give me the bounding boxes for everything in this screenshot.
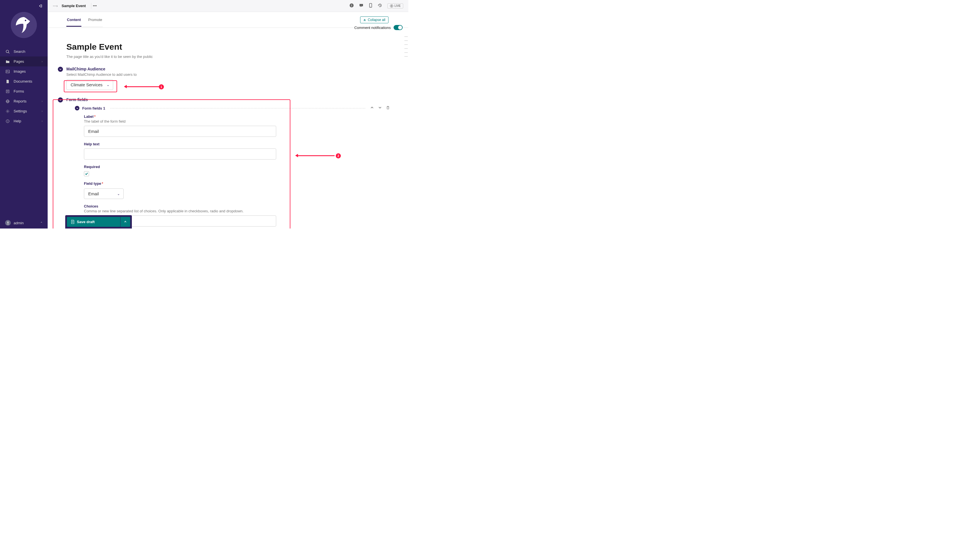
history-icon[interactable] [378, 3, 382, 8]
nav-reports[interactable]: Reports › [0, 96, 48, 106]
tabs: Content Promote [66, 13, 103, 27]
move-down-button[interactable] [378, 106, 382, 110]
header-bar: ⋯› Sample Event ••• i LIVE [48, 0, 408, 12]
header-actions: i LIVE [349, 3, 403, 8]
nav-help[interactable]: ? Help › [0, 116, 48, 126]
nav-forms[interactable]: Forms [0, 86, 48, 96]
nav-label: Documents [14, 79, 32, 83]
avatar-icon [5, 220, 11, 226]
svg-line-3 [8, 52, 10, 53]
svg-point-15 [7, 222, 9, 223]
live-status-button[interactable]: LIVE [387, 3, 403, 8]
gear-icon [6, 109, 10, 113]
chevron-down-icon: ⌄ [107, 83, 110, 87]
comment-icon[interactable] [359, 3, 364, 8]
mailchimp-audience-select[interactable]: Climate Services ⌄ [66, 80, 113, 90]
mobile-icon[interactable] [369, 3, 372, 8]
chevron-right-icon: › [42, 100, 43, 103]
svg-rect-4 [6, 70, 10, 73]
forms-icon [6, 89, 10, 93]
delete-button[interactable] [386, 106, 390, 110]
main-content: Sample Event The page title as you'd lik… [48, 28, 408, 228]
collapse-sidebar-icon[interactable] [38, 4, 43, 9]
folder-icon [6, 60, 10, 64]
field-helptext: Help text [84, 142, 276, 160]
logo [11, 12, 37, 38]
mailchimp-title: MailChimp Audience [66, 67, 105, 71]
collapse-icon[interactable] [75, 106, 80, 110]
annotation-arrow-1 [125, 86, 159, 87]
document-icon [6, 80, 10, 83]
page-subtitle: The page title as you'd like it to be se… [66, 54, 390, 59]
collapse-all-button[interactable]: Collapse all [360, 16, 388, 23]
search-icon [6, 49, 10, 54]
nav-settings[interactable]: Settings › [0, 106, 48, 116]
svg-point-2 [6, 50, 9, 53]
chevron-up-icon: ⌃ [40, 222, 43, 225]
fieldtype-select[interactable]: Email ⌄ [84, 188, 124, 199]
field-help: Comma or new line separated list of choi… [84, 209, 276, 213]
nav-label: Reports [14, 99, 27, 103]
breadcrumb-root[interactable]: ⋯› [53, 4, 57, 8]
globe-icon [6, 99, 10, 103]
collapse-icon[interactable] [58, 97, 63, 102]
svg-rect-6 [6, 90, 9, 93]
save-more-button[interactable] [120, 217, 130, 227]
label-input[interactable] [84, 126, 276, 137]
formfields-title: Form fields [66, 97, 88, 102]
svg-text:?: ? [7, 120, 8, 123]
nav-images[interactable]: Images [0, 66, 48, 77]
required-mark: * [94, 114, 95, 119]
svg-point-12 [7, 111, 8, 112]
help-icon: ? [6, 119, 10, 123]
more-actions-button[interactable]: ••• [91, 3, 99, 9]
required-checkbox[interactable] [84, 171, 89, 176]
mailchimp-help: Select MailChimp Audience to add users t… [66, 72, 390, 77]
nav-documents[interactable]: Documents [0, 77, 48, 86]
page-title[interactable]: Sample Event [66, 42, 390, 52]
user-menu[interactable]: admin ⌃ [0, 217, 48, 228]
nav-label: Help [14, 119, 21, 123]
formfield-block-1: Form fields 1 Label* The label of the fo… [75, 105, 390, 227]
collapse-icon[interactable] [58, 67, 63, 72]
svg-point-1 [25, 20, 26, 21]
tab-content[interactable]: Content [66, 13, 81, 27]
chevron-down-icon: ⌄ [117, 192, 120, 196]
required-mark: * [102, 181, 103, 186]
sidebar: Search Pages › Images Documents Forms Re… [0, 0, 48, 228]
svg-point-24 [391, 5, 392, 6]
svg-rect-25 [387, 107, 389, 109]
nav-search[interactable]: Search [0, 46, 48, 56]
chevron-right-icon: › [42, 60, 43, 63]
save-draft-button[interactable]: Save draft [67, 217, 120, 227]
annotation-badge-1: 1 [159, 84, 164, 89]
svg-text:i: i [352, 4, 352, 7]
svg-point-19 [361, 5, 362, 5]
nav-label: Settings [14, 109, 27, 113]
tab-promote[interactable]: Promote [88, 13, 103, 27]
user-name: admin [14, 221, 24, 225]
svg-point-18 [360, 5, 361, 5]
formfields-section: Form fields Form fields 1 Label* The lab… [48, 97, 408, 227]
nav-pages[interactable]: Pages › [0, 56, 48, 66]
annotation-arrow-2 [296, 155, 335, 156]
svg-point-20 [362, 5, 363, 5]
block-controls [370, 106, 390, 110]
field-label: Label* The label of the form field [84, 114, 276, 137]
field-required: Required [84, 164, 276, 176]
svg-point-22 [371, 6, 371, 7]
image-icon [6, 70, 10, 73]
breadcrumb-title[interactable]: Sample Event [62, 4, 86, 8]
chevron-right-icon: › [42, 110, 43, 113]
divider [110, 108, 365, 109]
field-fieldtype: Field type* Email ⌄ [84, 181, 276, 199]
info-icon[interactable]: i [349, 3, 354, 8]
nav-label: Search [14, 49, 25, 54]
breadcrumb: ⋯› Sample Event ••• [53, 3, 99, 9]
move-up-button[interactable] [370, 106, 374, 110]
helptext-input[interactable] [84, 148, 276, 160]
save-footer: Save draft [65, 215, 132, 228]
nav-list: Search Pages › Images Documents Forms Re… [0, 46, 48, 126]
formfield-block-title: Form fields 1 [82, 106, 105, 110]
nav-label: Images [14, 69, 26, 73]
